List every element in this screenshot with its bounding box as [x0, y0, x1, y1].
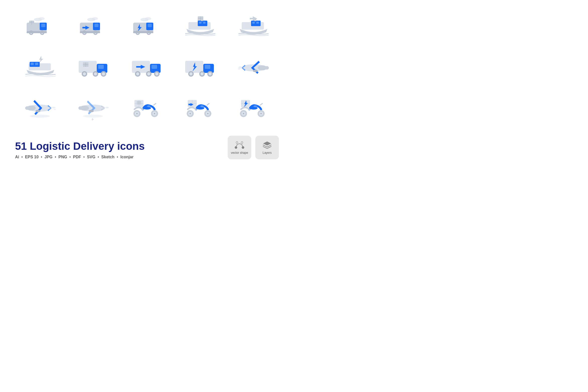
icon-ship-arrow [228, 10, 279, 45]
svg-point-121 [154, 113, 155, 114]
icon-delivery-truck-arrow [122, 50, 172, 85]
badge-layers-label: Layers [263, 151, 272, 155]
icon-scooter-lightning [228, 90, 279, 126]
format-pdf: PDF [73, 155, 81, 159]
svg-rect-41 [199, 22, 202, 24]
svg-point-99 [30, 115, 50, 118]
svg-rect-81 [205, 65, 210, 69]
svg-rect-29 [148, 24, 152, 27]
svg-point-14 [92, 17, 98, 20]
svg-point-115 [143, 107, 151, 110]
icon-ship-lightning [15, 50, 66, 85]
footer-badges: vector shape Layers [228, 136, 279, 159]
svg-rect-127 [188, 104, 191, 105]
svg-point-91 [265, 66, 269, 70]
icon-delivery-van-package [15, 10, 66, 45]
svg-rect-55 [35, 63, 38, 65]
svg-rect-50 [254, 19, 256, 21]
svg-rect-4 [41, 24, 45, 27]
svg-point-86 [201, 72, 204, 75]
svg-point-67 [102, 72, 105, 75]
footer-left: 51 Logistic Delivery icons Ai • EPS 10 •… [15, 140, 145, 159]
svg-rect-45 [250, 18, 254, 19]
icon-scooter-arrow [175, 90, 226, 126]
page-title: 51 Logistic Delivery icons [15, 140, 145, 152]
svg-point-106 [83, 115, 103, 118]
svg-point-97 [25, 106, 29, 110]
svg-point-136 [201, 105, 204, 107]
svg-rect-72 [136, 66, 141, 68]
svg-point-94 [238, 68, 241, 70]
svg-rect-48 [252, 22, 255, 24]
svg-line-128 [207, 104, 209, 105]
format-ai: Ai [15, 155, 19, 159]
layers-icon [262, 140, 272, 150]
svg-point-65 [94, 72, 97, 75]
icon-airplane-left-blue [15, 90, 66, 126]
svg-point-108 [105, 107, 109, 108]
icon-delivery-truck-package [68, 50, 119, 85]
svg-rect-54 [31, 63, 34, 65]
vector-shape-icon [234, 140, 244, 150]
svg-point-104 [78, 106, 82, 110]
badge-vector-shape: vector shape [228, 136, 251, 159]
icon-ship-package [175, 10, 226, 45]
svg-rect-12 [27, 31, 47, 33]
svg-point-84 [189, 72, 192, 75]
svg-marker-156 [263, 141, 271, 145]
svg-point-78 [155, 72, 158, 75]
svg-line-114 [154, 104, 156, 105]
svg-point-142 [250, 107, 258, 110]
svg-point-132 [189, 113, 191, 114]
icon-airplane-right [228, 50, 279, 85]
badge-layers: Layers [255, 136, 279, 159]
svg-point-129 [196, 107, 204, 110]
icon-delivery-van-lightning [122, 10, 172, 45]
svg-point-135 [207, 113, 209, 114]
svg-point-92 [253, 70, 258, 72]
icon-delivery-truck-lightning [175, 50, 226, 85]
svg-point-101 [54, 109, 56, 110]
svg-point-122 [147, 105, 150, 107]
svg-point-1 [39, 17, 45, 20]
svg-rect-17 [94, 24, 99, 27]
icon-scooter-package [122, 90, 172, 126]
svg-point-88 [209, 72, 212, 75]
svg-point-74 [136, 72, 139, 75]
format-svg: SVG [87, 155, 95, 159]
svg-point-63 [83, 72, 86, 75]
format-eps: EPS 10 [25, 155, 38, 159]
svg-rect-58 [98, 65, 104, 69]
svg-rect-49 [256, 22, 259, 24]
icon-airplane-left-outline [68, 90, 119, 126]
format-jpg: JPG [44, 155, 53, 159]
svg-point-105 [89, 110, 94, 112]
svg-point-149 [254, 105, 257, 107]
svg-marker-107 [91, 118, 94, 121]
icons-grid [15, 10, 279, 126]
svg-rect-43 [201, 19, 203, 21]
svg-point-98 [35, 110, 40, 112]
svg-point-145 [243, 113, 244, 114]
svg-rect-42 [203, 22, 206, 24]
svg-point-118 [136, 113, 138, 114]
footer-formats: Ai • EPS 10 • JPG • PNG • PDF • SVG • Sk… [15, 155, 145, 159]
badge-vector-shape-label: vector shape [231, 151, 248, 155]
svg-point-76 [147, 72, 150, 75]
svg-line-141 [260, 104, 262, 105]
svg-rect-19 [82, 27, 86, 28]
svg-point-26 [145, 17, 151, 20]
svg-rect-70 [152, 65, 157, 69]
svg-point-148 [260, 113, 262, 114]
svg-point-100 [52, 107, 56, 108]
svg-rect-24 [80, 31, 100, 33]
icon-delivery-van-arrow [68, 10, 119, 45]
format-sketch: Sketch [101, 155, 114, 159]
footer: 51 Logistic Delivery icons Ai • EPS 10 •… [15, 136, 279, 159]
format-png: PNG [58, 155, 67, 159]
svg-point-93 [238, 66, 242, 68]
svg-rect-35 [133, 31, 153, 33]
format-iconjar: Iconjar [120, 155, 133, 159]
